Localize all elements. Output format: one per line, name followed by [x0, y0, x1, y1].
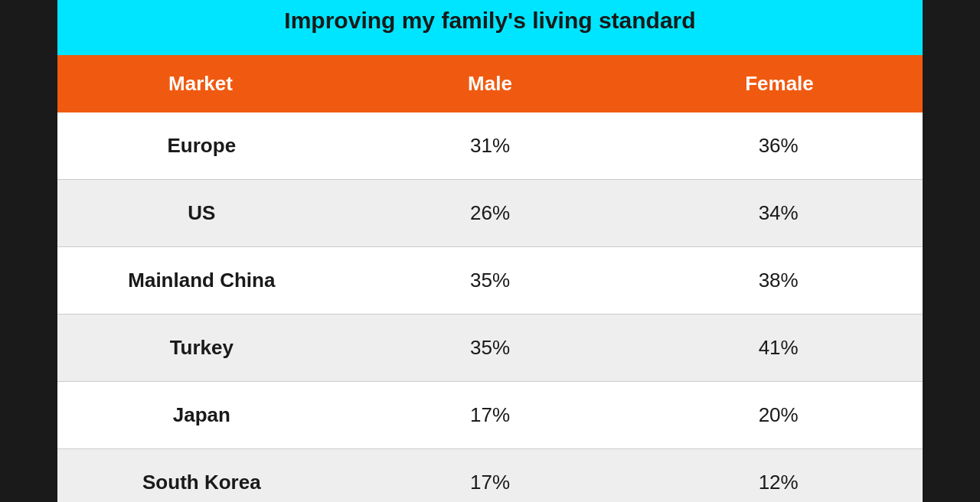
female-cell: 36% [634, 112, 923, 179]
header-market: Market [57, 55, 344, 112]
male-cell: 26% [346, 180, 635, 246]
table-row: Mainland China35%38% [57, 247, 923, 315]
table-row: Japan17%20% [57, 382, 923, 449]
market-cell: US [57, 180, 346, 246]
male-cell: 35% [346, 315, 635, 381]
female-cell: 41% [634, 315, 923, 381]
header-row: Market Male Female [57, 55, 923, 112]
female-cell: 34% [634, 180, 923, 246]
market-cell: Europe [57, 112, 346, 179]
header-female: Female [636, 55, 923, 112]
main-table: Improving my family's living standard Ma… [57, 0, 923, 502]
market-cell: Mainland China [57, 247, 346, 314]
female-cell: 38% [634, 247, 923, 314]
market-cell: Turkey [57, 315, 346, 381]
header-male: Male [347, 55, 633, 112]
title-row: Improving my family's living standard [57, 0, 923, 55]
female-cell: 20% [634, 382, 923, 448]
male-cell: 17% [346, 449, 635, 502]
data-table: Europe31%36%US26%34%Mainland China35%38%… [57, 112, 923, 502]
table-row: Turkey35%41% [57, 315, 923, 382]
female-cell: 12% [634, 449, 923, 502]
male-cell: 31% [346, 112, 635, 179]
table-row: US26%34% [57, 180, 923, 247]
male-cell: 35% [346, 247, 635, 314]
market-cell: South Korea [57, 449, 346, 502]
market-cell: Japan [57, 382, 346, 448]
table-row: South Korea17%12% [57, 449, 923, 502]
table-title: Improving my family's living standard [284, 8, 695, 33]
table-row: Europe31%36% [57, 112, 923, 180]
male-cell: 17% [346, 382, 635, 448]
